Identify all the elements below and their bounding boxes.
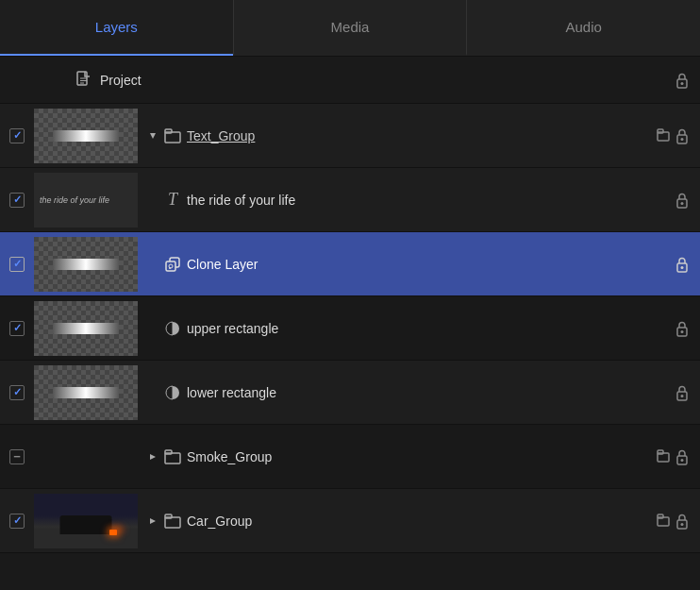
shape-icon-lower [162, 384, 183, 401]
no-thumb-smoke [34, 430, 138, 484]
tab-audio[interactable]: Audio [466, 0, 700, 56]
clone-label: Clone Layer [187, 257, 675, 272]
svg-marker-23 [150, 454, 156, 460]
layer-row-text-group[interactable]: Text_Group [0, 104, 700, 168]
tab-layers[interactable]: Layers [0, 0, 233, 56]
svg-marker-30 [150, 518, 156, 524]
svg-point-12 [681, 138, 684, 141]
layer-row-car-group[interactable]: Car_Group [0, 489, 700, 553]
group-flag-icon[interactable] [657, 128, 670, 143]
thumb-text-group [34, 109, 138, 163]
upper-rect-label: upper rectangle [187, 321, 675, 336]
svg-rect-8 [165, 129, 172, 133]
clone-icon [162, 256, 183, 273]
tab-media[interactable]: Media [233, 0, 467, 56]
document-icon [74, 71, 94, 89]
text-group-right-icons [657, 127, 700, 144]
checkbox-car-group[interactable] [0, 514, 34, 529]
expand-smoke-group[interactable] [143, 452, 162, 462]
layer-row-text[interactable]: the ride of your life T the ride of your… [0, 168, 700, 232]
group-icon [162, 128, 183, 143]
lock-icon[interactable] [675, 448, 689, 465]
thumb-lower-rect [34, 365, 138, 420]
lock-icon[interactable] [675, 192, 689, 209]
project-label: Project [100, 73, 675, 88]
layer-row-project[interactable]: Project [0, 57, 700, 104]
lock-icon[interactable] [675, 384, 689, 401]
smoke-group-right-icons [657, 448, 700, 465]
checkbox-clone[interactable] [0, 257, 34, 272]
group-icon-car [162, 514, 183, 529]
thumb-car-group [34, 494, 138, 548]
layers-list: Project Text_Group [0, 57, 700, 553]
text-label: the ride of your life [187, 193, 675, 208]
layer-row-lower-rect[interactable]: lower rectangle [0, 361, 700, 425]
lock-icon[interactable] [675, 513, 689, 530]
svg-rect-34 [658, 514, 663, 518]
project-right-icons [675, 72, 700, 89]
svg-marker-6 [150, 133, 156, 139]
svg-rect-25 [165, 450, 172, 454]
text-icon: T [162, 190, 183, 210]
layer-row-upper-rect[interactable]: upper rectangle [0, 296, 700, 361]
lower-rect-right-icons [675, 384, 700, 401]
group-icon-smoke [162, 449, 183, 464]
car-group-right-icons [657, 513, 700, 530]
checkbox-upper-rect[interactable] [0, 321, 34, 336]
layer-row-smoke-group[interactable]: Smoke_Group [0, 425, 700, 489]
layer-row-clone[interactable]: Clone Layer [0, 232, 700, 296]
checkbox-text[interactable] [0, 193, 34, 208]
svg-rect-15 [166, 261, 175, 271]
group-flag-icon[interactable] [657, 514, 670, 529]
svg-point-5 [681, 82, 684, 85]
svg-point-36 [681, 523, 684, 526]
lower-rect-label: lower rectangle [187, 385, 675, 400]
lock-icon[interactable] [675, 72, 689, 89]
svg-rect-10 [658, 129, 663, 133]
svg-point-14 [681, 202, 684, 205]
checkbox-text-group[interactable] [0, 128, 34, 143]
svg-rect-32 [165, 514, 172, 518]
checkbox-lower-rect[interactable] [0, 385, 34, 400]
text-right-icons [675, 192, 700, 209]
clone-right-icons [675, 256, 700, 273]
lock-icon[interactable] [675, 256, 689, 273]
svg-point-20 [681, 330, 684, 333]
lock-icon[interactable] [675, 320, 689, 337]
thumb-upper-rect [34, 301, 138, 356]
group-flag-icon[interactable] [657, 449, 670, 464]
upper-rect-right-icons [675, 320, 700, 337]
svg-point-29 [681, 459, 684, 462]
smoke-group-label: Smoke_Group [187, 449, 657, 464]
expand-text-group[interactable] [143, 131, 162, 141]
shape-icon-upper [162, 320, 183, 337]
checkbox-smoke-group[interactable] [0, 449, 34, 464]
thumb-text: the ride of your life [34, 173, 138, 228]
svg-point-22 [681, 395, 684, 397]
car-group-label: Car_Group [187, 514, 657, 529]
thumb-clone [34, 237, 138, 292]
tab-bar: Layers Media Audio [0, 0, 700, 57]
svg-point-18 [681, 266, 684, 269]
svg-rect-27 [658, 450, 663, 454]
lock-icon[interactable] [675, 127, 689, 144]
text-group-label: Text_Group [187, 128, 657, 143]
expand-car-group[interactable] [143, 516, 162, 526]
